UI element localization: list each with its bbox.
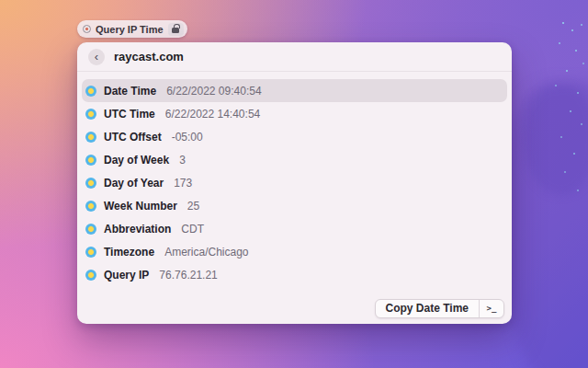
list-item-label: Query IP: [104, 269, 149, 282]
list-item-value: 6/22/2022 09:40:54: [166, 85, 261, 98]
lock-icon: [172, 28, 179, 33]
list-item-value: -05:00: [172, 131, 203, 144]
list-item-value: CDT: [181, 223, 204, 236]
result-list: Date Time 6/22/2022 09:40:54 UTC Time 6/…: [77, 72, 512, 286]
globe-sun-icon: [85, 86, 96, 97]
globe-sun-icon: [85, 270, 96, 281]
command-icon: [83, 25, 91, 33]
list-item-value: 3: [179, 154, 186, 167]
list-item-label: Abbreviation: [104, 223, 171, 236]
list-item[interactable]: Date Time 6/22/2022 09:40:54: [82, 79, 507, 102]
list-item-label: UTC Time: [104, 108, 155, 121]
list-item-value: 76.76.21.21: [159, 269, 217, 282]
globe-sun-icon: [85, 132, 96, 143]
globe-sun-icon: [85, 201, 96, 212]
list-item[interactable]: Query IP 76.76.21.21: [82, 263, 507, 286]
list-item-label: UTC Offset: [104, 131, 162, 144]
action-group: Copy Date Time >_: [375, 299, 504, 318]
globe-sun-icon: [85, 224, 96, 235]
copy-date-time-button[interactable]: Copy Date Time: [376, 300, 479, 317]
list-item-label: Week Number: [104, 200, 177, 213]
list-item[interactable]: Week Number 25: [82, 194, 507, 217]
list-item[interactable]: Timezone America/Chicago: [82, 240, 507, 263]
list-item-label: Day of Year: [104, 177, 164, 190]
back-button[interactable]: ‹: [88, 49, 105, 65]
globe-sun-icon: [85, 109, 96, 120]
list-item-value: 6/22/2022 14:40:54: [165, 108, 260, 121]
command-pill[interactable]: Query IP Time: [77, 20, 187, 38]
list-item-label: Date Time: [104, 85, 156, 98]
search-input[interactable]: raycast.com: [114, 50, 184, 63]
globe-sun-icon: [85, 247, 96, 258]
list-item[interactable]: Day of Week 3: [82, 148, 507, 171]
list-item[interactable]: UTC Offset -05:00: [82, 125, 507, 148]
globe-sun-icon: [85, 155, 96, 166]
wallpaper-dots: [562, 22, 564, 24]
list-item-label: Timezone: [104, 246, 154, 259]
lock-badge: [168, 23, 184, 36]
list-item[interactable]: UTC Time 6/22/2022 14:40:54: [82, 102, 507, 125]
list-item[interactable]: Day of Year 173: [82, 171, 507, 194]
list-item-label: Day of Week: [104, 154, 169, 167]
raycast-window: ‹ raycast.com Date Time 6/22/2022 09:40:…: [77, 42, 512, 324]
command-title: Query IP Time: [96, 24, 164, 35]
back-chevron-icon: ‹: [95, 51, 98, 63]
terminal-button[interactable]: >_: [480, 300, 503, 317]
list-item[interactable]: Abbreviation CDT: [82, 217, 507, 240]
list-item-value: America/Chicago: [164, 246, 248, 259]
search-bar: ‹ raycast.com: [77, 42, 512, 72]
list-item-value: 25: [187, 200, 199, 213]
globe-sun-icon: [85, 178, 96, 189]
terminal-icon: >_: [487, 304, 497, 313]
action-bar: Copy Date Time >_: [77, 293, 512, 324]
list-item-value: 173: [174, 177, 192, 190]
